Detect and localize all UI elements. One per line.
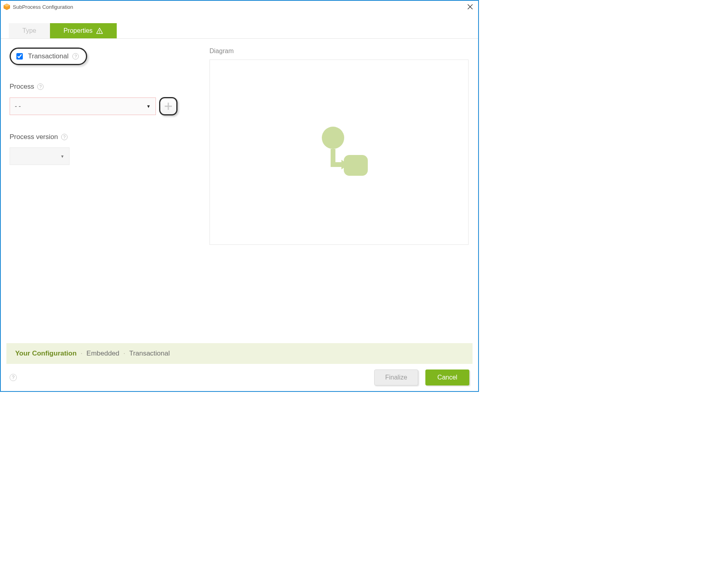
process-row: - - ▼ xyxy=(10,97,177,115)
process-version-label: Process version xyxy=(10,133,58,141)
cancel-button[interactable]: Cancel xyxy=(425,369,469,385)
process-field: Process ? - - ▼ xyxy=(10,83,177,115)
warning-icon xyxy=(96,27,103,34)
finalize-button[interactable]: Finalize xyxy=(374,369,418,385)
add-process-button[interactable] xyxy=(159,97,177,115)
process-version-select[interactable]: ▼ xyxy=(10,147,70,165)
summary-item-embedded: Embedded xyxy=(86,350,119,358)
process-select[interactable]: - - ▼ xyxy=(10,97,156,115)
dialog-footer: ? Finalize Cancel xyxy=(1,364,478,391)
process-version-label-row: Process version ? xyxy=(10,133,177,141)
dialog-body: Transactional ? Process ? - - ▼ xyxy=(1,39,478,343)
chevron-down-icon: ▼ xyxy=(146,104,151,109)
tab-bar: Type Properties xyxy=(1,23,478,39)
process-select-value: - - xyxy=(15,103,21,110)
cancel-button-label: Cancel xyxy=(437,374,457,381)
separator-dot: · xyxy=(81,350,83,358)
svg-point-5 xyxy=(99,32,100,33)
summary-bar: Your Configuration · Embedded · Transact… xyxy=(6,343,473,364)
svg-point-8 xyxy=(322,127,344,149)
process-label: Process xyxy=(10,83,34,91)
transactional-checkbox-group[interactable]: Transactional ? xyxy=(10,48,87,65)
tab-type[interactable]: Type xyxy=(9,23,50,38)
separator-dot: · xyxy=(124,350,126,358)
close-icon xyxy=(467,4,473,10)
dialog-window: SubProcess Configuration Type Properties… xyxy=(0,0,479,392)
tab-properties-label: Properties xyxy=(64,27,93,34)
chevron-down-icon: ▼ xyxy=(60,154,64,159)
summary-item-transactional: Transactional xyxy=(129,350,170,358)
transactional-label: Transactional xyxy=(28,52,68,60)
help-icon[interactable]: ? xyxy=(37,83,44,90)
app-icon xyxy=(3,3,10,10)
help-icon[interactable]: ? xyxy=(72,53,79,60)
plus-icon xyxy=(164,101,173,111)
tab-type-label: Type xyxy=(22,27,36,34)
tab-properties[interactable]: Properties xyxy=(50,23,117,38)
transactional-checkbox[interactable] xyxy=(16,53,23,60)
finalize-button-label: Finalize xyxy=(385,374,407,381)
help-icon[interactable]: ? xyxy=(61,134,68,140)
diagram-column: Diagram xyxy=(209,48,472,343)
form-column: Transactional ? Process ? - - ▼ xyxy=(10,48,177,343)
close-button[interactable] xyxy=(465,2,475,12)
titlebar: SubProcess Configuration xyxy=(1,1,478,13)
help-icon[interactable]: ? xyxy=(10,374,17,381)
diagram-placeholder-icon xyxy=(307,120,371,185)
diagram-label: Diagram xyxy=(209,48,472,55)
summary-title: Your Configuration xyxy=(15,350,77,358)
diagram-preview xyxy=(209,60,469,245)
window-title: SubProcess Configuration xyxy=(13,4,465,10)
process-version-field: Process version ? ▼ xyxy=(10,133,177,165)
process-label-row: Process ? xyxy=(10,83,177,91)
